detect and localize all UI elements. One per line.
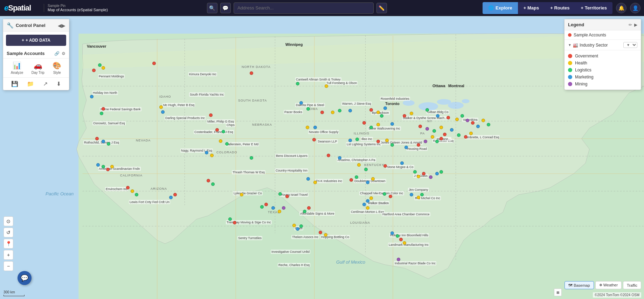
data-point[interactable] [424,140,427,143]
data-point[interactable] [90,95,94,98]
data-point[interactable] [250,156,253,160]
daytrip-tool[interactable]: 🚗 Day Trip [32,61,44,75]
explore-button[interactable]: 🌐 Explore [483,2,518,14]
data-point[interactable] [443,133,446,136]
data-point[interactable] [306,126,309,129]
cp-collapse-button[interactable]: ◀▶ [58,23,65,28]
data-point[interactable] [376,123,380,126]
data-point[interactable] [450,128,453,132]
data-point[interactable] [446,116,450,119]
data-point[interactable] [413,170,417,174]
data-point[interactable] [320,111,324,114]
data-point[interactable] [98,63,102,67]
data-point[interactable] [369,108,373,112]
data-point[interactable] [173,193,177,196]
data-point[interactable] [432,129,436,133]
data-point[interactable] [425,108,429,112]
data-point[interactable] [364,168,368,171]
data-point[interactable] [429,175,432,179]
data-point[interactable] [324,233,327,237]
data-point[interactable] [371,177,375,181]
layer-settings-icon[interactable]: ⚙ [62,51,65,56]
data-point[interactable] [369,126,373,129]
data-point[interactable] [222,130,225,133]
data-point[interactable] [240,193,243,196]
notifications-button[interactable]: 🔔 [616,3,626,13]
data-point[interactable] [403,114,406,118]
zoom-refresh-button[interactable]: ↺ [4,228,13,237]
data-point[interactable] [152,62,156,65]
grid-view-button[interactable]: ⊞ [554,288,562,296]
data-point[interactable] [410,112,413,115]
data-point[interactable] [106,168,110,171]
data-point[interactable] [126,186,130,189]
data-point[interactable] [131,189,134,193]
data-point[interactable] [425,127,429,131]
data-point[interactable] [457,133,461,137]
data-point[interactable] [355,138,359,141]
data-point[interactable] [306,107,310,111]
data-point[interactable] [331,111,334,114]
share-icon[interactable]: ↗ [43,81,48,87]
style-tool[interactable]: 🎨 Style [53,61,61,75]
sector-dropdown[interactable]: ▼ [623,42,637,48]
data-point[interactable] [278,192,282,196]
data-point[interactable] [135,193,138,196]
data-point[interactable] [96,163,100,167]
data-point[interactable] [383,192,386,196]
data-point[interactable] [285,195,289,198]
data-point[interactable] [366,206,369,210]
data-point[interactable] [362,121,366,125]
data-point[interactable] [250,71,253,75]
data-point[interactable] [338,156,341,160]
weather-button[interactable]: ❄ Weather [595,281,622,289]
data-point[interactable] [102,140,105,143]
data-point[interactable] [404,146,408,149]
chat-button[interactable]: 💬 [18,271,32,285]
data-point[interactable] [422,172,425,175]
data-point[interactable] [376,111,380,114]
data-point[interactable] [233,221,236,224]
data-point[interactable] [349,178,353,182]
draw-icon[interactable]: ✏️ [376,3,387,13]
data-point[interactable] [390,231,394,235]
data-point[interactable] [431,135,434,139]
routes-button[interactable]: + Routes [545,2,575,14]
data-point[interactable] [205,151,208,154]
data-point[interactable] [418,125,422,128]
comment-icon[interactable]: 💬 [220,3,231,13]
data-point[interactable] [436,114,439,118]
legend-edit-ctrl[interactable]: ✏ [629,22,632,27]
data-point[interactable] [296,227,299,231]
data-point[interactable] [169,196,173,199]
data-point[interactable] [159,105,163,109]
data-point[interactable] [228,217,232,221]
data-point[interactable] [399,238,403,241]
data-point[interactable] [299,101,303,105]
data-point[interactable] [435,172,439,175]
data-point[interactable] [215,128,219,132]
data-point[interactable] [209,113,213,117]
data-point[interactable] [396,234,399,238]
data-point[interactable] [369,196,373,200]
data-point[interactable] [362,203,366,206]
data-point[interactable] [390,143,394,147]
data-point[interactable] [211,182,215,186]
data-point[interactable] [380,114,383,118]
data-point[interactable] [327,154,330,157]
data-point[interactable] [383,164,387,168]
data-point[interactable] [389,195,392,198]
data-point[interactable] [92,69,96,72]
sector-collapse-arrow[interactable]: ▼ [568,43,572,47]
data-point[interactable] [100,112,103,115]
map-container[interactable]: VancouverWinnipegOttawaMontrealTorontoNO… [0,16,644,299]
data-point[interactable] [455,118,459,121]
user-avatar[interactable]: 👤 [630,3,640,13]
data-point[interactable] [471,121,475,125]
data-point[interactable] [366,199,369,203]
data-point[interactable] [410,193,413,196]
add-data-button[interactable]: + + ADD DATA [6,35,66,46]
data-point[interactable] [385,139,389,142]
data-point[interactable] [366,181,369,184]
folder-icon[interactable]: 📁 [27,81,34,87]
